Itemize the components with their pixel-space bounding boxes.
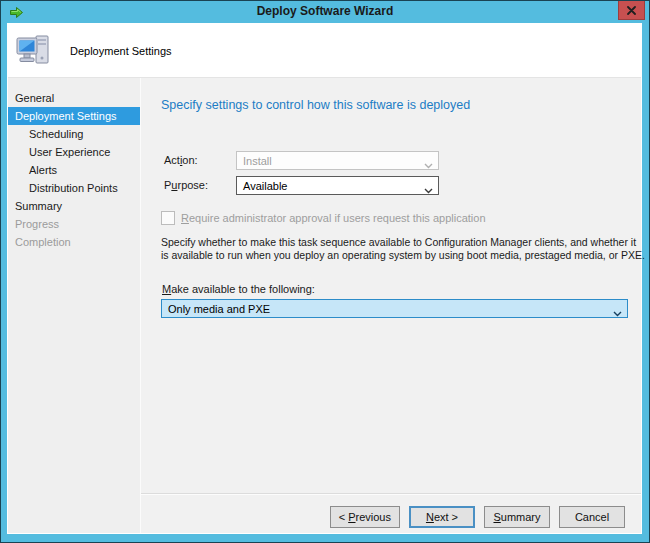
summary-button[interactable]: Summary [484,506,550,528]
page-heading: Specify settings to control how this sof… [161,98,470,112]
action-label: Action: [164,154,198,166]
make-available-selected-value: Only media and PXE [168,303,270,315]
sidebar-item-deployment-settings[interactable]: Deployment Settings [8,107,140,125]
chevron-down-icon [424,159,433,171]
sidebar-item-distribution-points[interactable]: Distribution Points [8,179,140,197]
make-available-label: Make available to the following: [162,283,315,295]
require-approval-checkbox[interactable] [161,211,175,225]
sidebar-item-user-experience[interactable]: User Experience [8,143,140,161]
deploy-software-wizard-window: Deploy Software Wizard Deployment [0,0,650,543]
purpose-label: Purpose: [164,179,208,191]
window-title: Deploy Software Wizard [1,4,649,18]
action-selected-value: Install [243,155,272,167]
wizard-buttons: < Previous Next > Summary Cancel [330,506,625,528]
sidebar-item-alerts[interactable]: Alerts [8,161,140,179]
wizard-page-title: Deployment Settings [70,45,172,57]
computer-icon [14,31,54,71]
sidebar-item-progress: Progress [8,215,140,233]
titlebar[interactable]: Deploy Software Wizard [1,1,649,23]
sidebar-item-scheduling[interactable]: Scheduling [8,125,140,143]
close-button[interactable] [618,1,645,20]
sidebar-item-summary[interactable]: Summary [8,197,140,215]
button-row-separator [141,493,641,495]
dialog-client-area: Deployment Settings General Deployment S… [8,24,641,533]
wizard-content-pane: Specify settings to control how this sof… [141,78,641,533]
sidebar-item-completion: Completion [8,233,140,251]
previous-button[interactable]: < Previous [330,506,400,528]
next-button[interactable]: Next > [409,506,475,528]
task-sequence-description: Specify whether to make this task sequen… [161,236,645,261]
close-icon [627,6,636,15]
sidebar-item-general[interactable]: General [8,89,140,107]
purpose-selected-value: Available [243,180,287,192]
wizard-steps-sidebar: General Deployment Settings Scheduling U… [8,78,141,533]
chevron-down-icon [424,184,433,196]
cancel-button[interactable]: Cancel [559,506,625,528]
require-approval-row: Require administrator approval if users … [161,211,486,225]
purpose-select[interactable]: Available [236,176,439,195]
action-select[interactable]: Install [236,151,439,170]
make-available-select[interactable]: Only media and PXE [161,299,628,318]
wizard-header: Deployment Settings [8,24,641,78]
wizard-body: General Deployment Settings Scheduling U… [8,78,641,533]
chevron-down-icon [613,307,622,319]
require-approval-label: Require administrator approval if users … [181,212,486,224]
